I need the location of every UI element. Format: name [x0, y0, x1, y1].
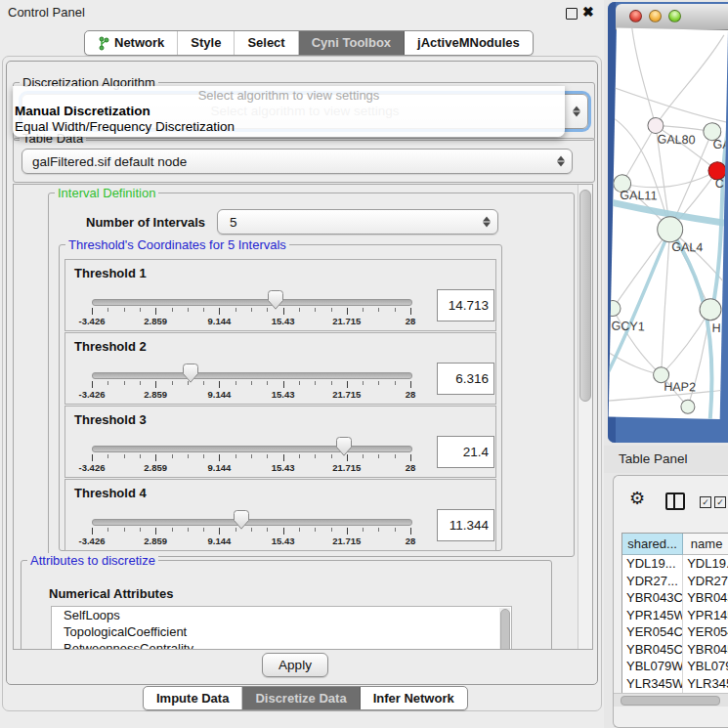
- network-edge[interactable]: [622, 125, 656, 185]
- settings-vertical-scrollbar[interactable]: [578, 185, 592, 649]
- settings-gear-icon[interactable]: ⚙: [629, 488, 645, 509]
- cell-name[interactable]: YBL079W: [683, 658, 728, 675]
- tab-infer-network[interactable]: Infer Network: [361, 687, 467, 709]
- list-item[interactable]: SelfLoops: [52, 607, 511, 623]
- tick-label: 21.715: [332, 535, 361, 546]
- slider-tick-labels: -3.4262.8599.14415.4321.71528: [92, 316, 412, 326]
- list-item[interactable]: BetweennessCentrality: [52, 640, 511, 650]
- scrollbar-thumb[interactable]: [621, 696, 720, 706]
- network-node-unlabeled[interactable]: [681, 400, 695, 413]
- table-row[interactable]: YER054CYER054C: [622, 623, 728, 641]
- cell-shared-name[interactable]: YBR045C: [622, 641, 683, 659]
- zoom-traffic-light-icon[interactable]: [668, 10, 681, 22]
- table-row[interactable]: YBR043CYBR043C: [622, 589, 728, 607]
- tick-label: 28: [406, 316, 416, 326]
- tab-style[interactable]: Style: [178, 31, 235, 55]
- numerical-attributes-list[interactable]: SelfLoopsTopologicalCoefficientBetweenne…: [51, 606, 512, 650]
- network-edge[interactable]: [662, 309, 710, 376]
- cell-name[interactable]: YLR345W: [683, 675, 728, 693]
- cell-name[interactable]: YPR145W: [683, 607, 728, 624]
- threshold-value-field[interactable]: 14.713: [437, 289, 494, 321]
- close-traffic-light-icon[interactable]: [629, 10, 642, 22]
- slider-ticks: [92, 528, 412, 535]
- table-header-row: shared... name: [622, 534, 728, 555]
- threshold-value-field[interactable]: 11.344: [437, 509, 494, 541]
- threshold-value-field[interactable]: 21.4: [437, 436, 494, 468]
- slider-track[interactable]: [92, 519, 412, 526]
- tick-mark: [315, 308, 316, 312]
- table-row[interactable]: YPR145WYPR145W: [622, 607, 728, 624]
- tick-mark: [315, 454, 316, 458]
- network-edge[interactable]: [610, 86, 728, 123]
- table-data-combobox[interactable]: galFiltered.sif default node: [21, 149, 573, 174]
- cell-name[interactable]: YBR045C: [683, 641, 728, 659]
- tab-select[interactable]: Select: [235, 31, 298, 55]
- cell-name[interactable]: YER054C: [683, 623, 728, 641]
- cell-shared-name[interactable]: YBR043C: [622, 589, 683, 607]
- column-header-shared[interactable]: shared...: [622, 534, 683, 555]
- apply-button[interactable]: Apply: [262, 653, 328, 677]
- network-node-h[interactable]: [700, 298, 721, 320]
- slider-tick-labels: -3.4262.8599.14415.4321.71528: [92, 462, 412, 473]
- number-of-intervals-label: Number of Intervals: [86, 215, 205, 230]
- scrollbar-thumb[interactable]: [579, 190, 591, 402]
- tick-mark: [107, 381, 108, 385]
- control-panel: Control Panel ✖ Network Style Select Cyn: [0, 0, 604, 728]
- slider-thumb[interactable]: [183, 364, 198, 383]
- tick-mark: [188, 454, 189, 458]
- table-horizontal-scrollbar[interactable]: [614, 693, 728, 707]
- slider-thumb[interactable]: [268, 290, 283, 310]
- column-header-name[interactable]: name: [683, 534, 728, 555]
- cell-shared-name[interactable]: YDL19...: [622, 555, 683, 573]
- threshold-value-field[interactable]: 6.316: [437, 363, 494, 395]
- cell-name[interactable]: YDR27...: [683, 573, 728, 590]
- cell-shared-name[interactable]: YLR345W: [622, 675, 683, 693]
- dropdown-item-manual-discretization[interactable]: Manual Discretization: [13, 104, 565, 119]
- tab-jactivemnodules[interactable]: jActiveMNodules: [405, 31, 533, 55]
- slider-track[interactable]: [92, 372, 412, 379]
- network-node-gcy1[interactable]: [609, 300, 621, 316]
- tick-label: 2.859: [144, 389, 167, 400]
- cell-shared-name[interactable]: YPR145W: [622, 607, 683, 624]
- network-edge[interactable]: [622, 169, 717, 189]
- network-edge[interactable]: [629, 28, 658, 126]
- slider-track[interactable]: [92, 446, 412, 452]
- slider-track[interactable]: [92, 299, 412, 306]
- tick-label: 15.43: [272, 316, 295, 326]
- tick-mark: [331, 308, 332, 312]
- select-rows-icon[interactable]: ✓: [714, 496, 726, 508]
- tab-impute-data[interactable]: Impute Data: [144, 687, 242, 709]
- close-icon[interactable]: ✖: [582, 3, 594, 21]
- minimize-traffic-light-icon[interactable]: [649, 10, 662, 22]
- cell-shared-name[interactable]: YER054C: [622, 623, 683, 641]
- table-row[interactable]: YDL19...YDL19...: [622, 555, 728, 573]
- cell-shared-name[interactable]: YDR27...: [622, 573, 683, 590]
- table-row[interactable]: YBR045CYBR045C: [622, 641, 728, 659]
- tick-mark: [395, 454, 396, 458]
- list-item[interactable]: TopologicalCoefficient: [52, 623, 511, 640]
- tick-mark: [410, 308, 411, 315]
- tab-cyni-toolbox[interactable]: Cyni Toolbox: [299, 31, 405, 55]
- table-row[interactable]: YBL079WYBL079W: [622, 658, 728, 675]
- scrollbar-thumb[interactable]: [500, 609, 510, 650]
- tab-discretize-data[interactable]: Discretize Data: [242, 687, 360, 709]
- network-node-gal80[interactable]: [648, 117, 664, 133]
- cell-name[interactable]: YBR043C: [683, 589, 728, 607]
- dropdown-item-equal-width-frequency[interactable]: Equal Width/Frequency Discretization: [13, 119, 565, 135]
- tick-mark: [140, 454, 141, 458]
- cell-name[interactable]: YDL19...: [683, 555, 728, 573]
- slider-thumb[interactable]: [234, 510, 249, 530]
- split-columns-icon[interactable]: [665, 492, 685, 510]
- float-window-icon[interactable]: [566, 8, 578, 20]
- cell-shared-name[interactable]: YBL079W: [622, 658, 683, 675]
- table-row[interactable]: YLR345WYLR345W: [622, 675, 728, 693]
- network-node-gal4[interactable]: [657, 217, 683, 243]
- table-row[interactable]: YDR27...YDR27...: [622, 573, 728, 590]
- slider-thumb[interactable]: [336, 437, 352, 456]
- number-of-intervals-combobox[interactable]: 5: [217, 209, 498, 235]
- network-window-titlebar[interactable]: [616, 4, 728, 30]
- select-columns-icon[interactable]: ✓: [700, 496, 711, 508]
- list-scrollbar[interactable]: [499, 608, 510, 650]
- network-canvas[interactable]: GAL80GACGAL11GAL4GCY1HHAP2: [609, 28, 728, 419]
- tab-network[interactable]: Network: [85, 31, 178, 55]
